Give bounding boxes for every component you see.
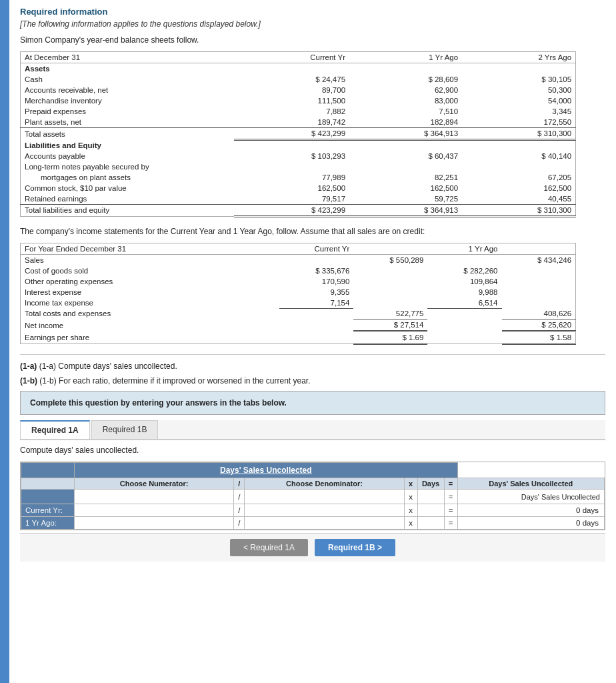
is-interest-label: Interest expense <box>21 287 280 297</box>
bs-cash-row: Cash $ 24,475 $ 28,609 $ 30,105 <box>21 74 576 85</box>
current-yr-result: 0 days <box>457 504 604 517</box>
bs-cs-label: Common stock, $10 par value <box>21 183 234 193</box>
is-net-income-cy: $ 27,514 <box>353 319 427 331</box>
col-result-header: Days' Sales Uncollected <box>457 478 604 490</box>
days-table-title: Days' Sales Uncollected <box>75 463 458 478</box>
bs-prepaid-cur: 7,882 <box>234 106 350 117</box>
current-yr-denominator-input[interactable] <box>249 506 399 514</box>
is-interest-row: Interest expense 9,355 9,988 <box>21 287 576 297</box>
numerator-header-input[interactable] <box>79 493 229 501</box>
next-button[interactable]: Required 1B > <box>315 539 395 556</box>
tab-required-1b[interactable]: Required 1B <box>91 420 159 439</box>
bs-ltnp-cur: 77,989 <box>234 172 350 183</box>
bs-assets-label: Assets <box>21 63 234 75</box>
bs-total-le-cur: $ 423,299 <box>234 204 350 216</box>
bs-assets-header: Assets <box>21 63 576 75</box>
is-other-cy: 170,590 <box>279 276 353 287</box>
days-title-row: Days' Sales Uncollected <box>21 463 605 478</box>
is-eps-label: Earnings per share <box>21 331 280 344</box>
is-header-cy: Current Yr <box>279 243 353 254</box>
bs-ltnp-2yr: 67,205 <box>462 172 575 183</box>
1yr-ago-x: x <box>404 517 417 530</box>
bs-ar-2yr: 50,300 <box>462 85 575 95</box>
is-tax-cy: 7,154 <box>279 297 353 309</box>
days-header-cols: Choose Numerator: / Choose Denominator: … <box>21 478 605 490</box>
is-cogs-label: Cost of goods sold <box>21 265 280 276</box>
bs-plant-cur: 189,742 <box>234 117 350 128</box>
1yr-ago-numerator-input[interactable] <box>79 519 229 527</box>
tab-required-1a[interactable]: Required 1A <box>20 420 90 439</box>
bs-ap-label: Accounts payable <box>21 151 234 161</box>
denominator-header-input[interactable] <box>249 493 399 501</box>
bs-total-assets-label: Total assets <box>21 128 234 140</box>
bs-header-label: At December 31 <box>21 52 234 63</box>
is-sales-ago: $ 434,246 <box>502 254 576 265</box>
is-cogs-cy: $ 335,676 <box>279 265 353 276</box>
question-1b: (1-b) (1-b) For each ratio, determine if… <box>20 376 605 386</box>
bs-total-le-1yr: $ 364,913 <box>349 204 462 216</box>
bs-prepaid-2yr: 3,345 <box>462 106 575 117</box>
bs-cash-2yr: $ 30,105 <box>462 74 575 85</box>
page-container: Required information [The following info… <box>0 0 616 683</box>
days-table-wrapper: Days' Sales Uncollected Choose Numerator… <box>20 462 605 530</box>
days-current-yr-row: Current Yr: / x = 0 days <box>21 504 605 517</box>
prev-button[interactable]: < Required 1A <box>230 539 308 556</box>
q1b-text: (1-b) For each ratio, determine if it im… <box>39 376 310 386</box>
bs-ap-2yr: $ 40,140 <box>462 151 575 161</box>
bs-inventory-2yr: 54,000 <box>462 95 575 106</box>
bs-cash-label: Cash <box>21 74 234 85</box>
is-tax-row: Income tax expense 7,154 6,514 <box>21 297 576 309</box>
is-net-income-row: Net income $ 27,514 $ 25,620 <box>21 319 576 331</box>
is-net-income-ago: $ 25,620 <box>502 319 576 331</box>
is-cogs-row: Cost of goods sold $ 335,676 $ 282,260 <box>21 265 576 276</box>
divider1 <box>20 354 605 355</box>
tabs-container: Required 1A Required 1B <box>20 420 605 440</box>
bs-plant-2yr: 172,550 <box>462 117 575 128</box>
bs-ap-cur: $ 103,293 <box>234 151 350 161</box>
current-yr-numerator-input[interactable] <box>79 506 229 514</box>
1yr-ago-slash: / <box>234 517 245 530</box>
is-total-costs-row: Total costs and expenses 522,775 408,626 <box>21 308 576 319</box>
bs-ltnp-1yr: 82,251 <box>349 172 462 183</box>
is-cogs-ago: $ 282,260 <box>427 265 501 276</box>
col-eq: = <box>444 478 457 490</box>
bs-liabilities-label: Liabilities and Equity <box>21 140 234 151</box>
question-1a: (1-a) (1-a) Compute days' sales uncollec… <box>20 362 605 371</box>
days-1yr-ago-row: 1 Yr Ago: / x = 0 days <box>21 517 605 530</box>
is-sales-row: Sales $ 550,289 $ 434,246 <box>21 254 576 265</box>
bs-re-2yr: 40,455 <box>462 193 575 205</box>
1yr-ago-denominator-input[interactable] <box>249 519 399 527</box>
is-total-costs-cy: 522,775 <box>353 308 427 319</box>
bs-header-cur: Current Yr <box>234 52 350 63</box>
is-other-ago: 109,864 <box>427 276 501 287</box>
col-choose-denominator: Choose Denominator: <box>245 478 404 490</box>
bs-re-1yr: 59,725 <box>349 193 462 205</box>
complete-box: Complete this question by entering your … <box>20 391 605 415</box>
is-eps-ago: $ 1.58 <box>502 331 576 344</box>
is-eps-cy: $ 1.69 <box>353 331 427 344</box>
col-x: x <box>404 478 417 490</box>
bs-cash-1yr: $ 28,609 <box>349 74 462 85</box>
bs-inventory-1yr: 83,000 <box>349 95 462 106</box>
is-interest-cy: 9,355 <box>279 287 353 297</box>
page-title: Required information <box>20 7 605 17</box>
bs-re-label: Retained earnings <box>21 193 234 205</box>
bs-ar-1yr: 62,900 <box>349 85 462 95</box>
is-other-label: Other operating expenses <box>21 276 280 287</box>
income-statement-table: For Year Ended December 31 Current Yr 1 … <box>20 243 576 346</box>
complete-box-text: Complete this question by entering your … <box>30 398 287 408</box>
bs-ap-row: Accounts payable $ 103,293 $ 60,437 $ 40… <box>21 151 576 161</box>
slash-header: / <box>234 490 245 504</box>
bs-cs-cur: 162,500 <box>234 183 350 193</box>
bs-ltnp-row2: mortgages on plant assets 77,989 82,251 … <box>21 172 576 183</box>
is-total-costs-label: Total costs and expenses <box>21 308 280 319</box>
balance-sheet-header-row: At December 31 Current Yr 1 Yr Ago 2 Yrs… <box>21 52 576 63</box>
is-interest-ago: 9,988 <box>427 287 501 297</box>
q1b-bold: (1-b) <box>20 376 37 386</box>
bs-header-2yr: 2 Yrs Ago <box>462 52 575 63</box>
bs-plant-1yr: 182,894 <box>349 117 462 128</box>
bs-ltnp-row1: Long-term notes payable secured by <box>21 161 576 172</box>
days-1yr-ago-label: 1 Yr Ago: <box>21 517 75 530</box>
bs-header-1yr: 1 Yr Ago <box>349 52 462 63</box>
is-sales-cy: $ 550,289 <box>353 254 427 265</box>
